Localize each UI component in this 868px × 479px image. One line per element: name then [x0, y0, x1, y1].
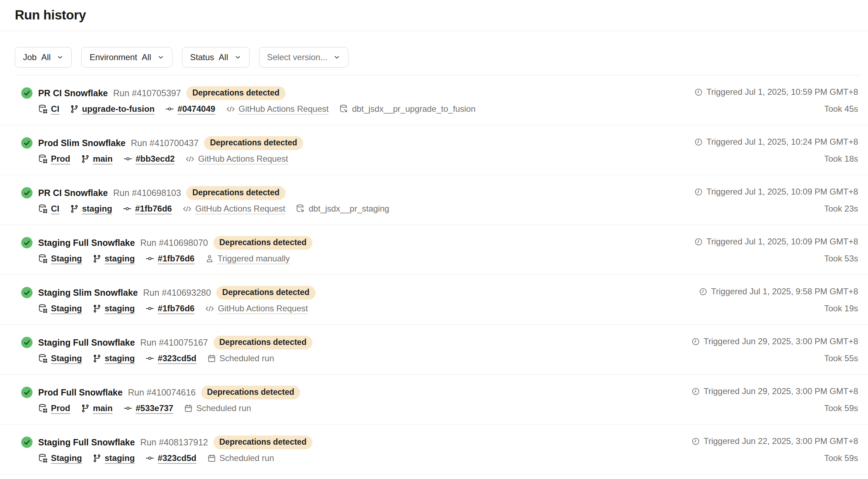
triggered-line: Triggered Jul 1, 2025, 10:24 PM GMT+8	[694, 136, 858, 148]
commit-chip[interactable]: #533e737	[123, 403, 174, 413]
job-filter-dropdown[interactable]: Job All	[15, 47, 72, 68]
commit-icon	[145, 354, 154, 363]
triggered-line: Triggered Jul 1, 2025, 10:09 PM GMT+8	[694, 186, 858, 197]
trigger-chip[interactable]: GitHub Actions Request	[226, 104, 329, 114]
commit-chip[interactable]: #1fb76d6	[145, 304, 194, 313]
run-history-list: PR CI Snowflake Run #410705397 Deprecati…	[0, 75, 868, 474]
branch-chip[interactable]: main	[81, 154, 113, 164]
environment-chip[interactable]: CI	[38, 104, 59, 114]
branch-chip[interactable]: upgrade-to-fusion	[70, 104, 154, 114]
chevron-down-icon	[157, 54, 164, 61]
deprecations-badge: Deprecations detected	[213, 236, 313, 250]
environment-chip[interactable]: Prod	[38, 154, 70, 164]
commit-icon	[145, 304, 154, 313]
run-detail-line: Prod main #bb3ecd2	[38, 153, 694, 165]
triggered-line: Triggered Jul 1, 2025, 10:59 PM GMT+8	[694, 86, 858, 98]
triggered-line: Triggered Jul 1, 2025, 10:09 PM GMT+8	[694, 236, 858, 247]
environment-chip[interactable]: Staging	[38, 254, 82, 264]
branch-chip[interactable]: staging	[93, 453, 135, 463]
person-icon	[205, 254, 214, 263]
run-title-line: Staging Full Snowflake Run #410075167 De…	[38, 336, 691, 349]
branch-chip[interactable]: main	[81, 403, 113, 413]
run-duration: Took 18s	[824, 154, 858, 164]
environment-name: CI	[51, 204, 59, 214]
commit-chip[interactable]: #0474049	[165, 104, 215, 114]
commit-chip[interactable]: #1fb76d6	[123, 204, 172, 214]
job-name-link[interactable]: Staging Slim Snowflake	[38, 288, 138, 298]
run-success-icon	[21, 137, 33, 149]
commit-chip[interactable]: #323cd5d	[145, 353, 196, 363]
environment-chip[interactable]: Prod	[38, 403, 70, 413]
branch-chip[interactable]: staging	[93, 353, 135, 363]
run-main: PR CI Snowflake Run #410705397 Deprecati…	[38, 86, 694, 115]
triggered-line: Triggered Jun 29, 2025, 3:00 PM GMT+8	[691, 336, 858, 347]
chevron-down-icon	[234, 54, 241, 61]
commit-chip[interactable]: #323cd5d	[145, 453, 196, 463]
calendar-icon	[207, 354, 216, 363]
environment-chip[interactable]: CI	[38, 204, 59, 214]
clock-icon	[691, 437, 700, 446]
environment-name: CI	[51, 104, 59, 114]
commit-icon	[145, 254, 154, 263]
calendar-icon	[184, 404, 193, 413]
job-name-link[interactable]: Prod Slim Snowflake	[38, 138, 125, 148]
run-meta: Triggered Jun 22, 2025, 3:00 PM GMT+8 To…	[691, 435, 858, 463]
environment-filter-dropdown[interactable]: Environment All	[81, 47, 172, 68]
run-row[interactable]: Staging Full Snowflake Run #408137912 De…	[0, 425, 868, 474]
job-name-link[interactable]: PR CI Snowflake	[38, 88, 108, 98]
chevron-down-icon	[333, 54, 340, 61]
job-name-link[interactable]: Staging Full Snowflake	[38, 437, 135, 448]
git-branch-icon	[81, 404, 90, 413]
branch-name: staging	[82, 204, 112, 214]
branch-chip[interactable]: staging	[70, 204, 112, 214]
run-duration: Took 19s	[824, 303, 858, 314]
trigger-chip[interactable]: GitHub Actions Request	[182, 204, 285, 214]
run-main: Prod Full Snowflake Run #410074616 Depre…	[38, 386, 691, 414]
code-icon	[226, 104, 235, 114]
run-success-icon	[21, 237, 33, 248]
job-name-link[interactable]: Staging Full Snowflake	[38, 337, 135, 348]
branch-name: staging	[105, 453, 135, 463]
run-number: Run #410698070	[140, 238, 208, 248]
branch-chip[interactable]: staging	[93, 304, 135, 313]
trigger-chip[interactable]: GitHub Actions Request	[185, 154, 288, 164]
run-row[interactable]: PR CI Snowflake Run #410698103 Deprecati…	[0, 175, 868, 225]
run-row[interactable]: Prod Full Snowflake Run #410074616 Depre…	[0, 375, 868, 425]
trigger-chip[interactable]: GitHub Actions Request	[205, 304, 308, 313]
run-row[interactable]: Staging Slim Snowflake Run #410693280 De…	[0, 275, 868, 325]
commit-chip[interactable]: #1fb76d6	[145, 254, 194, 264]
calendar-icon	[207, 454, 216, 463]
clock-icon	[694, 138, 703, 146]
commit-sha: #323cd5d	[158, 353, 196, 363]
status-filter-dropdown[interactable]: Status All	[182, 47, 250, 68]
run-row[interactable]: PR CI Snowflake Run #410705397 Deprecati…	[0, 75, 868, 125]
clock-icon	[691, 337, 700, 346]
job-name-link[interactable]: PR CI Snowflake	[38, 188, 108, 198]
commit-chip[interactable]: #bb3ecd2	[123, 154, 175, 164]
code-icon	[185, 154, 195, 164]
environment-name: Staging	[51, 353, 82, 363]
commit-icon	[123, 204, 132, 213]
commit-sha: #323cd5d	[158, 453, 196, 463]
run-row[interactable]: Staging Full Snowflake Run #410075167 De…	[0, 325, 868, 375]
environment-chip[interactable]: Staging	[38, 304, 82, 313]
trigger-chip[interactable]: Triggered manually	[205, 254, 290, 264]
triggered-timestamp: Triggered Jul 1, 2025, 9:58 PM GMT+8	[711, 286, 858, 297]
status-filter-value: All	[219, 52, 228, 62]
job-name-link[interactable]: Staging Full Snowflake	[38, 238, 135, 248]
environment-icon	[38, 454, 48, 463]
schema-chip: dbt_jsdx__pr_staging	[296, 204, 389, 214]
run-row[interactable]: Staging Full Snowflake Run #410698070 De…	[0, 225, 868, 275]
page-header: Run history	[0, 0, 868, 31]
trigger-label: GitHub Actions Request	[198, 154, 288, 164]
run-main: Prod Slim Snowflake Run #410700437 Depre…	[38, 136, 694, 165]
run-row[interactable]: Prod Slim Snowflake Run #410700437 Depre…	[0, 125, 868, 175]
run-number: Run #410698103	[113, 188, 181, 198]
environment-chip[interactable]: Staging	[38, 453, 82, 463]
job-name-link[interactable]: Prod Full Snowflake	[38, 387, 123, 398]
version-filter-dropdown[interactable]: Select version...	[259, 47, 349, 68]
branch-chip[interactable]: staging	[93, 254, 135, 264]
run-title-line: Staging Full Snowflake Run #408137912 De…	[38, 435, 691, 449]
run-success-icon	[21, 287, 33, 298]
environment-chip[interactable]: Staging	[38, 353, 82, 363]
